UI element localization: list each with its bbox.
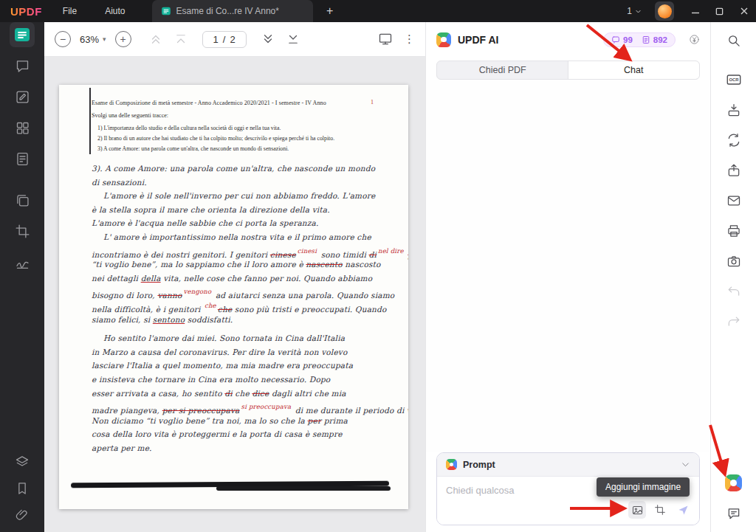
prompt-label: Prompt [463, 460, 495, 470]
tab-chat[interactable]: Chat [568, 61, 700, 79]
convert-icon [726, 133, 741, 148]
ai-prompt-input[interactable] [446, 485, 605, 496]
first-page-button[interactable] [148, 31, 164, 47]
forms-tool-icon [15, 151, 30, 167]
new-tab-button[interactable]: + [322, 4, 338, 18]
print-icon [726, 224, 741, 238]
compress-button[interactable] [723, 99, 745, 121]
handwritten-line: L'amore è l'acqua nelle sabbie che ci po… [92, 216, 408, 230]
forms-tool-button[interactable] [10, 146, 35, 171]
zoom-level-dropdown[interactable]: 63% ▾ [80, 34, 106, 45]
chevron-up-line-icon [174, 32, 188, 46]
handwritten-line: madre piangeva, per si preoccupavasi pre… [92, 400, 408, 414]
maximize-button[interactable] [707, 0, 732, 22]
close-button[interactable] [732, 0, 756, 22]
ai-credits-pill[interactable]: 99 892 [603, 32, 676, 47]
exam-track-item: 3) A come Amore: una parola come un'altr… [97, 145, 365, 153]
ocr-button[interactable]: OCR [723, 69, 745, 91]
handwritten-line: 3). A come Amore: una parola come un'alt… [92, 162, 408, 176]
share-button[interactable] [723, 159, 745, 182]
crop-tool-button[interactable] [10, 218, 35, 243]
window-count-value: 1 [627, 6, 632, 16]
exam-header: Esame di Composizione di metà semestre -… [92, 100, 372, 106]
comment-tool-icon [15, 58, 30, 74]
extract-pages-button[interactable] [10, 187, 35, 213]
menu-help[interactable]: Aiuto [105, 6, 125, 16]
toolbar-right-tools: ⋮ [377, 31, 415, 47]
window-count-dropdown[interactable]: 1 [622, 6, 646, 16]
layers-panel-button[interactable] [11, 451, 33, 473]
updf-ai-button[interactable] [725, 474, 742, 491]
last-page-button[interactable] [285, 31, 301, 47]
minimize-button[interactable] [683, 0, 707, 22]
left-rail-bottom [11, 446, 33, 532]
organize-pages-button[interactable] [10, 115, 35, 140]
handwritten-line: Non diciamo “ti voglio bene” tra noi, ma… [92, 414, 408, 428]
zoom-out-button[interactable]: − [55, 31, 71, 47]
send-button[interactable] [674, 501, 692, 519]
page-navigation: 1 / 2 [148, 31, 301, 48]
crop-tool-icon [15, 224, 30, 239]
right-tool-rail: OCR [710, 22, 756, 532]
mail-button[interactable] [723, 190, 745, 212]
prompt-ai-icon [446, 459, 457, 470]
prompt-header[interactable]: Prompt [437, 453, 699, 477]
presentation-mode-button[interactable] [377, 31, 394, 47]
feedback-button[interactable] [723, 502, 745, 525]
handwritten-line: “ti voglio bene”, ma lo sappiamo che il … [92, 258, 408, 272]
bookmarks-panel-button[interactable] [11, 477, 33, 500]
handwritten-line: lasciare l'Italia a quel momento, ma mia… [92, 359, 408, 373]
question-credit-icon [611, 35, 620, 44]
double-chevron-up-icon [149, 32, 162, 46]
next-page-button[interactable] [260, 31, 276, 47]
exam-track-item: 2) Il brano di un autore che hai studiat… [97, 134, 365, 143]
add-image-button[interactable] [628, 501, 646, 519]
pages-copy-icon [15, 193, 30, 208]
page-separator: / [223, 34, 226, 45]
right-rail-bottom [723, 474, 745, 532]
pdf-page[interactable]: Esame di Composizione di metà semestre -… [59, 85, 408, 509]
tab-chiedi-pdf[interactable]: Chiedi PDF [437, 61, 568, 79]
comment-tool-button[interactable] [10, 53, 35, 78]
share-icon [726, 163, 741, 178]
bookmark-icon [15, 481, 30, 496]
ai-chat-history [426, 80, 710, 452]
redo-button[interactable] [723, 311, 745, 333]
menu-file[interactable]: File [63, 6, 77, 16]
search-button[interactable] [723, 30, 745, 52]
document-viewport[interactable]: Esame di Composizione di metà semestre -… [44, 57, 425, 532]
exam-track-item: 1) L'importanza dello studio e della cul… [97, 124, 365, 133]
current-page: 1 [213, 34, 219, 45]
scan-artifact-line [89, 88, 91, 154]
page-indicator[interactable]: 1 / 2 [202, 31, 247, 48]
undo-button[interactable] [723, 280, 745, 303]
word-credits-value: 892 [653, 35, 667, 44]
edit-tool-button[interactable] [10, 84, 35, 109]
ai-tab-bar: Chiedi PDF Chat [436, 61, 700, 80]
document-tab[interactable]: Esame di Co...re IV Anno* [152, 0, 313, 22]
exam-instruction: Svolgi una delle seguenti tracce: [92, 112, 168, 119]
screenshot-button[interactable] [651, 501, 669, 519]
chevron-down-icon: ▾ [103, 35, 106, 43]
handwritten-line: incontriamo è dei nostri genitori. I gen… [92, 244, 408, 258]
attachment-icon [15, 508, 30, 522]
ai-panel-header: UPDF AI 99 892 [426, 22, 710, 57]
redo-icon [726, 314, 741, 329]
zoom-in-button[interactable]: + [115, 31, 131, 47]
updf-app-window: UPDF File Aiuto Esame di Co...re IV Anno… [0, 0, 756, 532]
topup-credits-button[interactable] [689, 34, 700, 45]
signature-tool-button[interactable] [10, 249, 35, 274]
handwritten-line: bisogno di loro, vannovengono ad aiutarc… [92, 285, 408, 299]
print-button[interactable] [723, 220, 745, 242]
attachments-panel-button[interactable] [11, 504, 33, 526]
camera-icon [726, 254, 741, 269]
reader-mode-button[interactable] [10, 22, 35, 47]
prompt-collapse-button[interactable] [681, 460, 690, 469]
toolbar-overflow-menu[interactable]: ⋮ [404, 32, 415, 46]
screenshot-tool-button[interactable] [723, 250, 745, 272]
user-avatar[interactable] [655, 1, 674, 21]
convert-button[interactable] [723, 129, 745, 151]
word-credits: 892 [642, 35, 667, 44]
previous-page-button[interactable] [173, 31, 189, 47]
handwritten-line: e insisteva che tornare in Cina era molt… [92, 373, 408, 387]
